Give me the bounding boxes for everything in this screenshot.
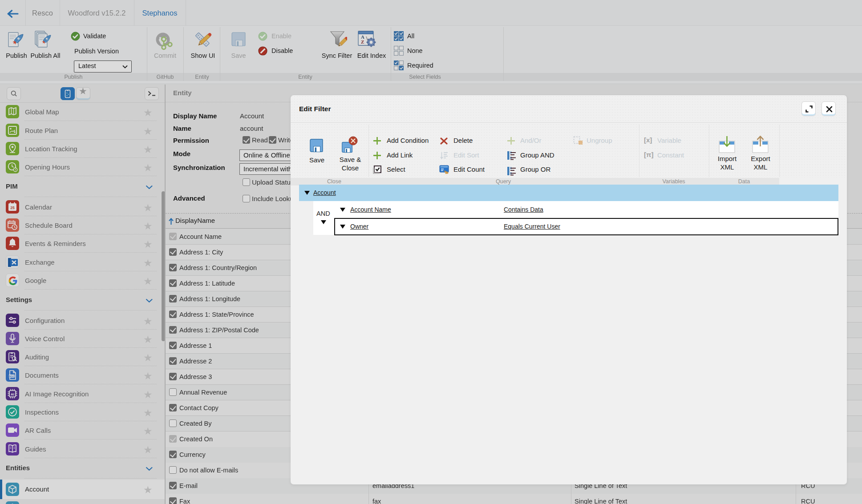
- svg-text:AI: AI: [11, 392, 14, 396]
- svg-text:25: 25: [10, 206, 15, 210]
- svg-text:Z: Z: [361, 39, 364, 44]
- svg-text:DOC: DOC: [9, 375, 14, 378]
